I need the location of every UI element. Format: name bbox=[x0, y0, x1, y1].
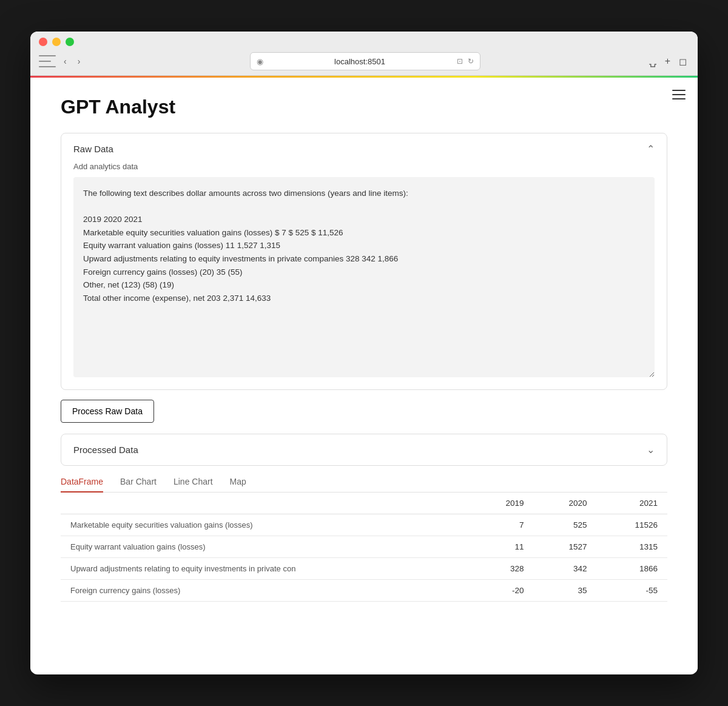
tab-map[interactable]: Map bbox=[230, 477, 246, 493]
browser-window: ‹ › ◉ localhost:8501 ⊡ ↻ ⍽ + ◻ bbox=[30, 32, 698, 674]
address-bar-container: ◉ localhost:8501 ⊡ ↻ bbox=[88, 52, 641, 70]
raw-data-section: Raw Data ⌃ Add analytics data bbox=[61, 133, 667, 390]
tab-bar-chart[interactable]: Bar Chart bbox=[120, 477, 157, 493]
tabs-row: DataFrame Bar Chart Line Chart Map bbox=[61, 477, 667, 493]
back-button[interactable]: ‹ bbox=[61, 55, 70, 67]
raw-data-title: Raw Data bbox=[73, 144, 113, 154]
col-header-2021: 2021 bbox=[596, 493, 667, 514]
row-label: Foreign currency gains (losses) bbox=[61, 580, 471, 602]
minimize-button[interactable] bbox=[52, 38, 61, 46]
row-label: Upward adjustments relating to equity in… bbox=[61, 558, 471, 580]
share-button[interactable]: ⍽ bbox=[647, 55, 659, 69]
table-body: Marketable equity securities valuation g… bbox=[61, 514, 667, 602]
shield-icon: ◉ bbox=[257, 57, 263, 66]
row-val-2021: -55 bbox=[596, 580, 667, 602]
translate-icon: ⊡ bbox=[457, 57, 463, 66]
process-raw-data-button[interactable]: Process Raw Data bbox=[61, 400, 154, 423]
row-label: Equity warrant valuation gains (losses) bbox=[61, 536, 471, 558]
data-table: 2019 2020 2021 Marketable equity securit… bbox=[61, 493, 667, 602]
row-val-2020: 1527 bbox=[534, 536, 597, 558]
table-row: Upward adjustments relating to equity in… bbox=[61, 558, 667, 580]
raw-data-subtitle: Add analytics data bbox=[73, 162, 655, 171]
new-tab-button[interactable]: + bbox=[662, 55, 673, 68]
raw-data-textarea[interactable] bbox=[73, 177, 655, 377]
tab-line-chart[interactable]: Line Chart bbox=[174, 477, 213, 493]
col-header-2020: 2020 bbox=[534, 493, 597, 514]
row-val-2021: 1315 bbox=[596, 536, 667, 558]
table-row: Foreign currency gains (losses) -20 35 -… bbox=[61, 580, 667, 602]
table-row: Marketable equity securities valuation g… bbox=[61, 514, 667, 536]
row-val-2019: -20 bbox=[471, 580, 534, 602]
row-label: Marketable equity securities valuation g… bbox=[61, 514, 471, 536]
raw-data-header: Raw Data ⌃ bbox=[73, 143, 655, 155]
url-text: localhost:8501 bbox=[268, 57, 452, 66]
address-bar[interactable]: ◉ localhost:8501 ⊡ ↻ bbox=[250, 52, 480, 70]
reload-icon[interactable]: ↻ bbox=[468, 57, 474, 66]
row-val-2020: 525 bbox=[534, 514, 597, 536]
page-title: GPT Analyst bbox=[61, 96, 667, 118]
traffic-lights bbox=[39, 38, 689, 46]
tabs-overview-button[interactable]: ◻ bbox=[676, 55, 689, 69]
row-val-2021: 11526 bbox=[596, 514, 667, 536]
row-val-2021: 1866 bbox=[596, 558, 667, 580]
col-header-2019: 2019 bbox=[471, 493, 534, 514]
processed-data-chevron-down-icon[interactable]: ⌄ bbox=[647, 444, 655, 456]
maximize-button[interactable] bbox=[66, 38, 74, 46]
table-header: 2019 2020 2021 bbox=[61, 493, 667, 514]
sidebar-toggle-button[interactable] bbox=[39, 55, 56, 67]
tab-dataframe[interactable]: DataFrame bbox=[61, 477, 103, 493]
hamburger-menu-icon[interactable] bbox=[672, 90, 686, 99]
close-button[interactable] bbox=[39, 38, 47, 46]
raw-data-chevron-up-icon[interactable]: ⌃ bbox=[647, 143, 655, 155]
table-row: Equity warrant valuation gains (losses) … bbox=[61, 536, 667, 558]
row-val-2019: 11 bbox=[471, 536, 534, 558]
forward-button[interactable]: › bbox=[75, 55, 84, 67]
page-content: GPT Analyst Raw Data ⌃ Add analytics dat… bbox=[30, 78, 698, 672]
row-val-2020: 342 bbox=[534, 558, 597, 580]
col-header-label bbox=[61, 493, 471, 514]
row-val-2020: 35 bbox=[534, 580, 597, 602]
processed-data-title: Processed Data bbox=[73, 445, 138, 455]
row-val-2019: 328 bbox=[471, 558, 534, 580]
table-header-row: 2019 2020 2021 bbox=[61, 493, 667, 514]
toolbar-row: ‹ › ◉ localhost:8501 ⊡ ↻ ⍽ + ◻ bbox=[39, 52, 689, 70]
toolbar-actions: ⍽ + ◻ bbox=[647, 55, 689, 69]
processed-data-section: Processed Data ⌄ bbox=[61, 434, 667, 466]
row-val-2019: 7 bbox=[471, 514, 534, 536]
processed-data-header: Processed Data ⌄ bbox=[73, 444, 655, 456]
browser-chrome: ‹ › ◉ localhost:8501 ⊡ ↻ ⍽ + ◻ bbox=[30, 32, 698, 76]
